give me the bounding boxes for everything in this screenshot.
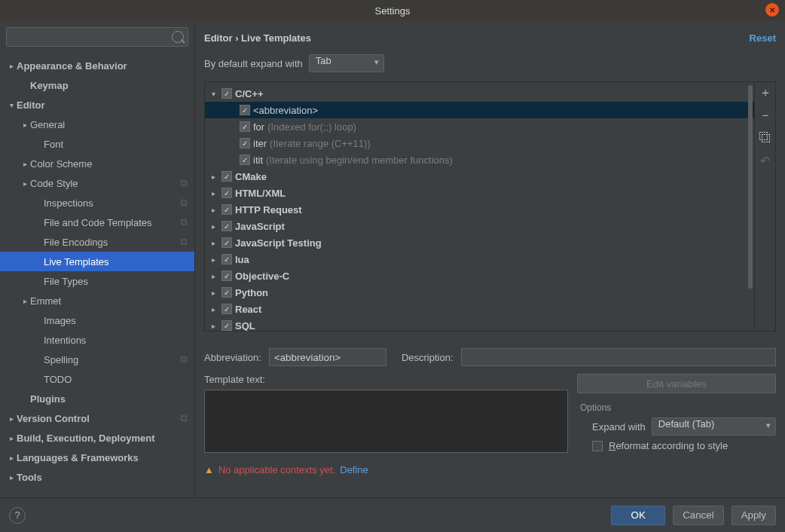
checkbox[interactable]: ✓	[221, 221, 232, 231]
expand-default-select[interactable]: Tab	[309, 54, 384, 72]
tree-item-tools[interactable]: ▸Tools	[0, 467, 194, 487]
tree-item-file-and-code-templates[interactable]: File and Code Templates	[0, 212, 194, 232]
apply-button[interactable]: Apply	[732, 506, 776, 525]
tree-item-label: Build, Execution, Deployment	[17, 433, 154, 444]
template-list[interactable]: ▾✓C/C++✓<abbreviation>✓for(Indexed for(;…	[205, 82, 754, 331]
tree-item-font[interactable]: Font	[0, 134, 194, 154]
tree-item-code-style[interactable]: ▸Code Style	[0, 173, 194, 193]
checkbox[interactable]: ✓	[221, 320, 232, 331]
template-item[interactable]: ▸✓Python	[205, 284, 754, 301]
template-item[interactable]: ▸✓JavaScript	[205, 218, 754, 234]
checkbox[interactable]: ✓	[240, 121, 250, 132]
description-input[interactable]	[461, 348, 776, 366]
tree-item-spelling[interactable]: Spelling	[0, 350, 194, 369]
close-icon[interactable]	[765, 3, 779, 17]
template-label: HTTP Request	[235, 204, 302, 216]
checkbox[interactable]: ✓	[240, 138, 250, 148]
tree-item-build-execution-deployment[interactable]: ▸Build, Execution, Deployment	[0, 428, 194, 448]
template-label: itit	[253, 154, 263, 166]
tree-item-general[interactable]: ▸General	[0, 115, 194, 134]
tree-item-file-types[interactable]: File Types	[0, 271, 194, 291]
tree-item-languages-frameworks[interactable]: ▸Languages & Frameworks	[0, 448, 194, 467]
checkbox[interactable]: ✓	[221, 204, 232, 215]
reset-link[interactable]: Reset	[750, 32, 776, 44]
svg-rect-2	[181, 200, 185, 204]
svg-rect-0	[181, 180, 185, 185]
main: ▸Appearance & BehaviorKeymap▾Editor▸Gene…	[0, 21, 785, 497]
template-item[interactable]: ▸✓Objective-C	[205, 268, 754, 284]
splitter-grip[interactable]: · · · · · · ·	[204, 333, 776, 341]
checkbox[interactable]: ✓	[240, 105, 250, 115]
tree-item-keymap[interactable]: Keymap	[0, 75, 194, 95]
checkbox[interactable]: ✓	[221, 88, 232, 99]
template-item[interactable]: ✓itit(Iterate using begin/end member fun…	[205, 151, 754, 168]
checkbox[interactable]: ✓	[221, 287, 232, 298]
template-text-area[interactable]	[204, 390, 568, 453]
edit-variables-button[interactable]: Edit variables	[577, 374, 776, 393]
checkbox[interactable]: ✓	[221, 304, 232, 314]
expand-with-select[interactable]: Default (Tab)	[652, 417, 776, 436]
copy-icon[interactable]: ⿻	[758, 130, 773, 145]
checkbox[interactable]: ✓	[221, 237, 232, 248]
checkbox[interactable]: ✓	[221, 171, 232, 182]
template-label: HTML/XML	[235, 188, 286, 199]
tree-item-todo[interactable]: TODO	[0, 369, 194, 389]
abbreviation-input[interactable]	[269, 348, 386, 366]
revert-icon[interactable]: ↶	[758, 153, 773, 168]
tree-item-emmet[interactable]: ▸Emmet	[0, 291, 194, 310]
window-title: Settings	[375, 5, 411, 17]
template-list-box: ▾✓C/C++✓<abbreviation>✓for(Indexed for(;…	[204, 81, 776, 332]
template-item[interactable]: ▾✓C/C++	[205, 85, 754, 102]
scrollbar[interactable]	[748, 85, 753, 289]
tree-item-live-templates[interactable]: Live Templates	[0, 252, 194, 271]
tree-item-color-scheme[interactable]: ▸Color Scheme	[0, 154, 194, 173]
tree-item-label: Keymap	[30, 80, 69, 91]
template-text-label: Template text:	[204, 374, 265, 385]
reformat-checkbox[interactable]	[592, 441, 603, 451]
help-icon[interactable]: ?	[9, 507, 26, 524]
cancel-button[interactable]: Cancel	[673, 506, 724, 525]
tree-item-plugins[interactable]: Plugins	[0, 389, 194, 408]
settings-tree[interactable]: ▸Appearance & BehaviorKeymap▾Editor▸Gene…	[0, 53, 194, 497]
template-item[interactable]: ▸✓HTML/XML	[205, 185, 754, 201]
tree-item-label: Spelling	[44, 354, 78, 365]
tree-item-label: File and Code Templates	[44, 217, 152, 228]
search-input[interactable]	[6, 27, 188, 47]
svg-rect-6	[181, 239, 185, 243]
description-label: Description:	[402, 352, 454, 363]
template-item[interactable]: ▸✓React	[205, 301, 754, 317]
template-item[interactable]: ▸✓lua	[205, 251, 754, 268]
template-item[interactable]: ✓<abbreviation>	[205, 102, 754, 118]
scope-icon	[179, 198, 188, 207]
chevron-icon: ▸	[208, 272, 218, 280]
tree-item-version-control[interactable]: ▸Version Control	[0, 408, 194, 428]
tree-item-label: TODO	[44, 374, 72, 385]
checkbox[interactable]: ✓	[240, 154, 250, 165]
template-item[interactable]: ▸✓JavaScript Testing	[205, 234, 754, 251]
context-warning-text: No applicable contexts yet.	[218, 464, 335, 475]
tree-item-intentions[interactable]: Intentions	[0, 330, 194, 350]
template-label: C/C++	[235, 88, 264, 99]
template-label: Objective-C	[235, 271, 289, 282]
tree-item-editor[interactable]: ▾Editor	[0, 95, 194, 115]
tree-item-file-encodings[interactable]: File Encodings	[0, 232, 194, 252]
svg-rect-9	[182, 358, 187, 362]
tree-item-appearance-behavior[interactable]: ▸Appearance & Behavior	[0, 56, 194, 75]
remove-icon[interactable]: －	[758, 108, 773, 123]
tree-item-inspections[interactable]: Inspections	[0, 193, 194, 212]
template-toolbar: ＋ － ⿻ ↶	[754, 82, 775, 331]
template-item[interactable]: ✓iter(Iterate range (C++11))	[205, 135, 754, 151]
template-item[interactable]: ▸✓HTTP Request	[205, 201, 754, 218]
svg-rect-8	[181, 356, 185, 361]
tree-item-images[interactable]: Images	[0, 310, 194, 330]
checkbox[interactable]: ✓	[221, 188, 232, 198]
checkbox[interactable]: ✓	[221, 254, 232, 264]
template-item[interactable]: ▸✓CMake	[205, 168, 754, 185]
template-item[interactable]: ▸✓SQL	[205, 317, 754, 331]
define-context-link[interactable]: Define	[340, 464, 368, 475]
add-icon[interactable]: ＋	[758, 85, 773, 100]
tree-item-label: Emmet	[30, 295, 61, 307]
ok-button[interactable]: OK	[611, 506, 665, 525]
template-item[interactable]: ✓for(Indexed for(;;) loop)	[205, 118, 754, 135]
checkbox[interactable]: ✓	[221, 271, 232, 281]
